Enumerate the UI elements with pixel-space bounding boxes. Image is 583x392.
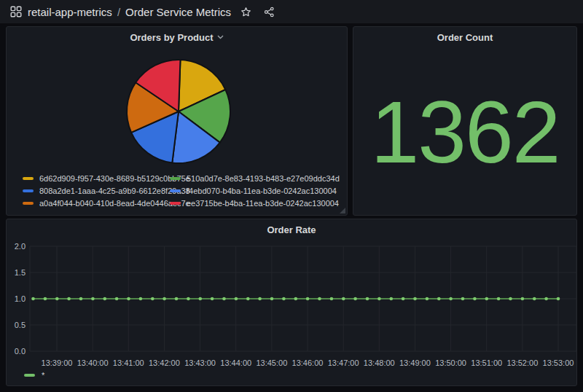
pie-legend-item[interactable]: 6d62d909-f957-430e-8689-b5129c0bb75e — [23, 174, 170, 183]
breadcrumb-separator: / — [117, 6, 120, 18]
x-axis-tick-label: 13:51:00 — [471, 358, 502, 367]
x-axis-tick-label: 13:50:00 — [435, 358, 466, 367]
data-point — [437, 297, 441, 301]
legend-label: ee3715be-b4ba-11ea-b3de-0242ac130004 — [187, 199, 339, 208]
data-point — [282, 297, 286, 301]
legend-label: f4ebd070-b4ba-11ea-b3de-0242ac130004 — [187, 187, 337, 195]
data-point — [127, 297, 130, 301]
data-point — [413, 297, 417, 301]
x-axis-tick-label: 13:43:00 — [184, 358, 216, 367]
data-point — [521, 297, 525, 301]
panel-orders-by-product: Orders by Product 6d62d909-f957-430e-868… — [6, 26, 348, 216]
x-axis-tick-label: 13:52:00 — [506, 358, 538, 367]
data-point — [449, 297, 453, 301]
data-point — [366, 297, 369, 301]
chevron-down-icon — [217, 35, 224, 39]
time-series-chart[interactable]: 0.00.51.01.52.013:39:0013:40:0013:41:001… — [7, 237, 578, 374]
legend-swatch — [170, 177, 181, 180]
pie-legend-item[interactable]: 510a0d7e-8e83-4193-b483-e27e09ddc34d — [170, 174, 323, 183]
y-axis-tick-label: 0.0 — [15, 347, 26, 356]
data-point — [235, 297, 238, 301]
data-point — [306, 297, 310, 301]
legend-label: 808a2de1-1aaa-4c25-a9b9-6612e8f29a38 — [39, 187, 190, 195]
series-legend-item[interactable]: * — [24, 369, 44, 381]
panel-title-orders-by-product[interactable]: Orders by Product — [7, 30, 347, 44]
y-axis-tick-label: 1.0 — [15, 294, 26, 303]
data-point — [103, 297, 107, 301]
data-point — [31, 297, 35, 301]
data-point — [426, 297, 429, 301]
data-point — [485, 297, 489, 301]
star-icon[interactable] — [237, 3, 254, 20]
data-point — [509, 297, 512, 301]
data-point — [151, 297, 154, 301]
data-point — [55, 297, 59, 301]
x-axis-tick-label: 13:39:00 — [42, 358, 73, 367]
legend-label: 6d62d909-f957-430e-8689-b5129c0bb75e — [39, 174, 190, 183]
data-point — [258, 297, 262, 301]
legend-swatch — [23, 189, 34, 192]
data-point — [557, 297, 560, 301]
legend-label: 510a0d7e-8e83-4193-b483-e27e09ddc34d — [187, 174, 340, 183]
panel-title-text: Orders by Product — [130, 32, 213, 43]
x-axis-tick-label: 13:48:00 — [364, 358, 395, 367]
panel-title-text: Order Rate — [267, 224, 316, 235]
breadcrumb-folder[interactable]: retail-app-metrics — [28, 6, 112, 18]
data-point — [473, 297, 477, 301]
share-icon[interactable] — [260, 3, 278, 20]
y-axis-tick-label: 2.0 — [15, 242, 26, 251]
legend-swatch — [23, 202, 34, 205]
series-legend-swatch — [24, 374, 35, 377]
data-point — [199, 297, 203, 301]
series-legend-label: * — [42, 371, 44, 380]
data-point — [318, 297, 321, 301]
legend-swatch — [170, 202, 181, 205]
panel-title-order-rate[interactable]: Order Rate — [7, 222, 576, 237]
panel-order-rate: Order Rate 0.00.51.01.52.013:39:0013:40:… — [6, 219, 577, 386]
panel-title-order-count[interactable]: Order Count — [353, 30, 576, 44]
data-point — [211, 297, 214, 301]
legend-swatch — [23, 177, 34, 180]
legend-label: a0a4f044-b040-410d-8ead-4de0446aec7e — [39, 199, 190, 208]
data-point — [353, 297, 357, 301]
x-axis-tick-label: 13:44:00 — [220, 358, 251, 367]
x-axis-tick-label: 13:42:00 — [149, 358, 180, 367]
x-axis-tick-label: 13:49:00 — [399, 358, 431, 367]
pie-legend: 6d62d909-f957-430e-8689-b5129c0bb75e510a… — [23, 174, 323, 208]
data-point — [461, 297, 465, 301]
pie-legend-item[interactable]: ee3715be-b4ba-11ea-b3de-0242ac130004 — [170, 199, 323, 208]
data-point — [402, 297, 405, 301]
x-axis-tick-label: 13:47:00 — [328, 358, 359, 367]
data-point — [270, 297, 274, 301]
data-point — [544, 297, 548, 301]
data-point — [377, 297, 381, 301]
breadcrumb: retail-app-metrics / Order Service Metri… — [28, 6, 231, 18]
data-point — [115, 297, 119, 301]
data-point — [246, 297, 250, 301]
dashboard-grid-icon[interactable] — [7, 3, 25, 20]
x-axis-tick-label: 13:46:00 — [292, 358, 324, 367]
y-axis-tick-label: 1.5 — [15, 268, 26, 277]
pie-legend-item[interactable]: f4ebd070-b4ba-11ea-b3de-0242ac130004 — [170, 187, 323, 195]
data-point — [67, 297, 71, 301]
x-axis-tick-label: 13:41:00 — [113, 358, 144, 367]
data-point — [342, 297, 345, 301]
data-point — [44, 297, 47, 301]
data-point — [91, 297, 95, 301]
data-point — [497, 297, 501, 301]
x-axis-tick-label: 13:53:00 — [543, 358, 574, 367]
top-nav-bar: retail-app-metrics / Order Service Metri… — [0, 0, 583, 23]
data-point — [187, 297, 190, 301]
pie-legend-item[interactable]: 808a2de1-1aaa-4c25-a9b9-6612e8f29a38 — [23, 187, 170, 195]
data-point — [294, 297, 298, 301]
panel-resize-handle[interactable] — [340, 208, 345, 213]
data-point — [163, 297, 166, 301]
x-axis-tick-label: 13:45:00 — [256, 358, 287, 367]
data-point — [390, 297, 394, 301]
data-point — [139, 297, 143, 301]
breadcrumb-dashboard-title[interactable]: Order Service Metrics — [125, 6, 231, 18]
pie-legend-item[interactable]: a0a4f044-b040-410d-8ead-4de0446aec7e — [23, 199, 170, 208]
data-point — [533, 297, 536, 301]
pie-chart[interactable] — [120, 53, 237, 170]
data-point — [222, 297, 226, 301]
